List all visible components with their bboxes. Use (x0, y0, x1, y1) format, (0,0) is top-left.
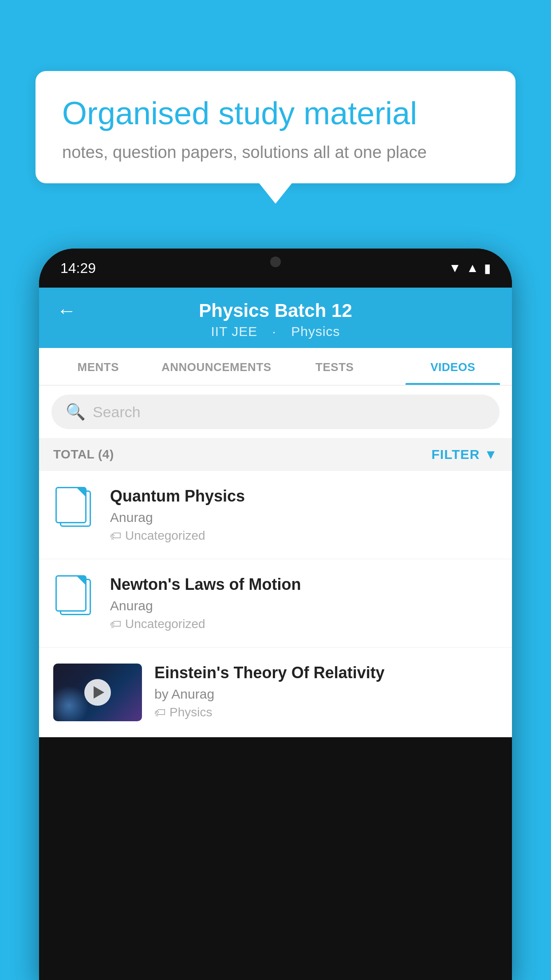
subtitle-separator: · (272, 324, 276, 339)
search-bar-container: 🔍 Search (39, 386, 512, 438)
wifi-icon: ▼ (449, 261, 461, 275)
filter-label: FILTER (432, 447, 480, 462)
header-subtitle: IIT JEE · Physics (205, 324, 345, 339)
video-tag: 🏷 Physics (154, 705, 498, 719)
video-info: Newton's Laws of Motion Anurag 🏷 Uncateg… (110, 575, 498, 631)
video-author: Anurag (110, 510, 498, 525)
filter-button[interactable]: FILTER ▼ (432, 447, 498, 462)
tag-label: Uncategorized (125, 529, 205, 543)
video-thumbnail (53, 487, 98, 531)
video-info: Quantum Physics Anurag 🏷 Uncategorized (110, 487, 498, 543)
list-item[interactable]: Newton's Laws of Motion Anurag 🏷 Uncateg… (39, 559, 512, 648)
list-item[interactable]: Einstein's Theory Of Relativity by Anura… (39, 648, 512, 737)
speech-bubble-card: Organised study material notes, question… (35, 71, 516, 183)
tag-icon: 🏷 (110, 617, 122, 631)
status-bar: 14:29 ▼ ▲ ▮ (39, 249, 512, 288)
video-thumbnail-image (53, 664, 142, 721)
video-author: Anurag (110, 598, 498, 613)
tab-tests[interactable]: TESTS (276, 348, 394, 385)
subtitle-part2: Physics (291, 324, 340, 339)
app-header: ← Physics Batch 12 IIT JEE · Physics (39, 288, 512, 348)
header-title: Physics Batch 12 (199, 300, 352, 321)
signal-icon: ▲ (466, 261, 479, 275)
battery-icon: ▮ (484, 261, 491, 276)
back-button[interactable]: ← (57, 300, 76, 322)
tag-icon: 🏷 (154, 706, 166, 719)
bubble-title: Organised study material (62, 94, 489, 132)
filter-icon: ▼ (484, 447, 498, 462)
status-icons: ▼ ▲ ▮ (449, 261, 491, 276)
tab-announcements[interactable]: ANNOUNCEMENTS (157, 348, 276, 385)
video-tag: 🏷 Uncategorized (110, 529, 498, 543)
camera-dot (270, 257, 281, 267)
space-background (53, 664, 142, 721)
tabs-bar: MENTS ANNOUNCEMENTS TESTS VIDEOS (39, 348, 512, 386)
video-author: by Anurag (154, 687, 498, 702)
total-label: TOTAL (4) (53, 447, 114, 462)
video-title: Einstein's Theory Of Relativity (154, 664, 498, 682)
search-placeholder: Search (93, 403, 141, 421)
subtitle-part1: IIT JEE (211, 324, 257, 339)
notch (227, 249, 324, 275)
tag-icon: 🏷 (110, 529, 122, 543)
tab-ments[interactable]: MENTS (39, 348, 157, 385)
search-icon: 🔍 (66, 403, 86, 421)
search-bar[interactable]: 🔍 Search (51, 395, 500, 429)
tag-label: Physics (169, 705, 212, 719)
video-info: Einstein's Theory Of Relativity by Anura… (154, 664, 498, 719)
video-thumbnail (53, 575, 98, 620)
bubble-subtitle: notes, question papers, solutions all at… (62, 143, 489, 162)
phone-frame: 14:29 ▼ ▲ ▮ ← Physics Batch 12 IIT JEE ·… (39, 249, 512, 980)
tab-videos[interactable]: VIDEOS (394, 348, 512, 385)
tag-label: Uncategorized (125, 617, 205, 631)
video-title: Newton's Laws of Motion (110, 575, 498, 594)
screen-content: 🔍 Search TOTAL (4) FILTER ▼ (39, 386, 512, 737)
list-item[interactable]: Quantum Physics Anurag 🏷 Uncategorized (39, 471, 512, 559)
video-list: Quantum Physics Anurag 🏷 Uncategorized (39, 471, 512, 737)
status-time: 14:29 (60, 260, 96, 277)
video-tag: 🏷 Uncategorized (110, 617, 498, 631)
filter-row: TOTAL (4) FILTER ▼ (39, 438, 512, 471)
video-title: Quantum Physics (110, 487, 498, 506)
